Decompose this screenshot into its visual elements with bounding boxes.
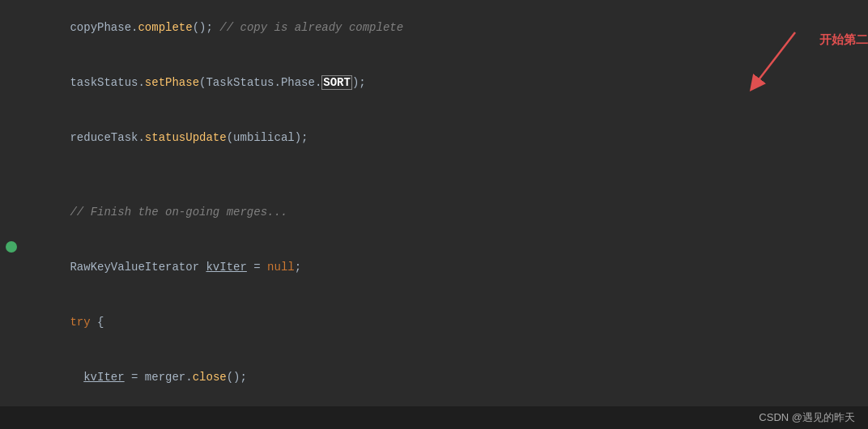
token: SORT [321,75,352,90]
code-line-6: RawKeyValueIterator kvIter = null; [0,240,868,295]
breakpoint-icon-6[interactable] [6,241,17,253]
token: ); [352,76,366,89]
line-content-5: // Finish the on-going merges... [23,185,868,239]
code-line-5: // Finish the on-going merges... [0,185,868,240]
code-editor: copyPhase.complete(); // copy is already… [0,0,868,429]
line-content-2: taskStatus.setPhase(TaskStatus.Phase.SOR… [23,56,868,109]
line-content-4 [23,166,868,184]
token: close [193,371,227,384]
line-content-6: RawKeyValueIterator kvIter = null; [23,240,868,294]
line-content-7: try { [23,295,868,349]
token: (umbilical); [227,131,308,144]
code-line-2: taskStatus.setPhase(TaskStatus.Phase.SOR… [0,55,868,110]
code-line-8: kvIter = merger.close(); [0,350,868,405]
token: // Finish the on-going merges... [70,206,287,219]
bottom-bar-text: CSDN @遇见的昨天 [759,410,855,425]
token: kvIter [206,261,246,274]
token: (); [193,21,220,34]
code-line-4 [0,165,868,185]
token: { [91,316,104,329]
line-content-8: kvIter = merger.close(); [23,350,868,404]
code-line-3: reduceTask.statusUpdate(umbilical); [0,110,868,165]
token: setPhase [145,76,199,89]
token: . [138,76,144,89]
token: TaskStatus [206,76,274,89]
gutter-6 [0,241,23,253]
token: ; [295,261,301,274]
token: complete [138,21,192,34]
token: kvIter [83,371,124,384]
token: . [185,371,192,384]
token: . [274,76,280,89]
token: = [125,371,145,384]
token: try [70,316,90,329]
line-content-3: reduceTask.statusUpdate(umbilical); [23,111,868,164]
code-line-7: try { [0,295,868,350]
token: copyPhase [70,21,131,34]
token: = [247,261,267,274]
token: null [267,261,295,274]
token: . [138,131,144,144]
token: (); [227,371,247,384]
token: Phase [281,76,315,89]
code-line-1: copyPhase.complete(); // copy is already… [0,0,868,55]
token: statusUpdate [145,131,227,144]
token: taskStatus [70,76,138,89]
token: // copy is already complete [219,21,403,34]
bottom-bar: CSDN @遇见的昨天 [0,406,868,429]
token: merger [145,371,185,384]
line-content-1: copyPhase.complete(); // copy is already… [23,1,868,54]
token: reduceTask [70,131,138,144]
token: RawKeyValueIterator [70,261,199,274]
